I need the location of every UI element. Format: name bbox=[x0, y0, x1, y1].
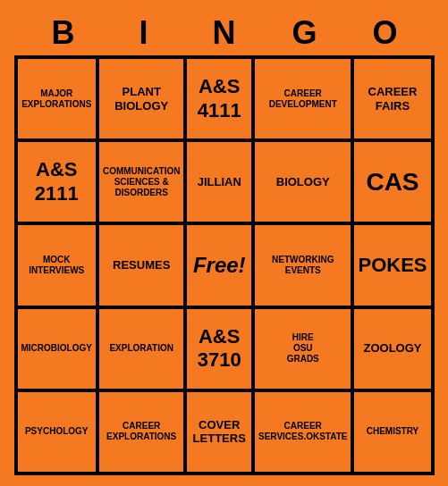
bingo-cell: COMMUNICATION SCIENCES & DISORDERS bbox=[97, 140, 185, 223]
bingo-cell: BIOLOGY bbox=[253, 140, 352, 223]
cell-label: HIRE OSU GRADS bbox=[287, 332, 319, 364]
bingo-cell: MICROBIOLOGY bbox=[16, 307, 97, 390]
cell-label: COVER LETTERS bbox=[193, 418, 246, 446]
cell-label: EXPLORATION bbox=[109, 343, 173, 354]
cell-label: CAREER EXPLORATIONS bbox=[106, 421, 176, 442]
cell-label: Free! bbox=[193, 253, 246, 279]
cell-label: PSYCHOLOGY bbox=[25, 426, 89, 437]
cell-label: COMMUNICATION SCIENCES & DISORDERS bbox=[103, 166, 180, 198]
bingo-cell: COVER LETTERS bbox=[185, 390, 253, 473]
bingo-cell: Free! bbox=[185, 223, 253, 306]
bingo-cell: PSYCHOLOGY bbox=[16, 390, 97, 473]
header-letter: O bbox=[348, 14, 423, 52]
bingo-cell: CAREER EXPLORATIONS bbox=[97, 390, 185, 473]
bingo-cell: PLANT BIOLOGY bbox=[97, 57, 185, 140]
bingo-cell: CAS bbox=[352, 140, 432, 223]
header-letter: G bbox=[267, 14, 342, 52]
header-letter: N bbox=[187, 14, 262, 52]
cell-label: CAREER SERVICES.OKSTATE bbox=[258, 421, 347, 442]
cell-label: CHEMISTRY bbox=[367, 426, 419, 437]
bingo-cell: CAREER DEVELOPMENT bbox=[253, 57, 352, 140]
cell-label: RESUMES bbox=[113, 258, 170, 272]
bingo-cell: NETWORKING EVENTS bbox=[253, 223, 352, 306]
header-letter: B bbox=[26, 14, 101, 52]
bingo-cell: CAREER FAIRS bbox=[352, 57, 432, 140]
bingo-cell: POKES bbox=[352, 223, 432, 306]
bingo-cell: RESUMES bbox=[97, 223, 185, 306]
bingo-header: BINGO bbox=[14, 11, 435, 55]
cell-label: POKES bbox=[358, 254, 427, 277]
cell-label: MICROBIOLOGY bbox=[21, 343, 92, 354]
cell-label: A&S 4111 bbox=[198, 75, 241, 122]
cell-label: JILLIAN bbox=[198, 175, 241, 189]
bingo-cell: ZOOLOGY bbox=[352, 307, 432, 390]
cell-label: A&S 3710 bbox=[198, 325, 241, 373]
bingo-cell: JILLIAN bbox=[185, 140, 253, 223]
cell-label: MAJOR EXPLORATIONS bbox=[21, 88, 91, 110]
bingo-cell: A&S 3710 bbox=[185, 307, 253, 390]
bingo-cell: EXPLORATION bbox=[97, 307, 185, 390]
header-letter: I bbox=[106, 14, 182, 52]
bingo-cell: A&S 4111 bbox=[185, 57, 253, 140]
bingo-cell: A&S 2111 bbox=[16, 140, 97, 223]
bingo-card: BINGO MAJOR EXPLORATIONSPLANT BIOLOGYA&S… bbox=[14, 11, 435, 475]
bingo-cell: MAJOR EXPLORATIONS bbox=[16, 57, 97, 140]
cell-label: CAREER FAIRS bbox=[368, 85, 418, 113]
cell-label: CAREER DEVELOPMENT bbox=[269, 88, 337, 110]
cell-label: BIOLOGY bbox=[276, 175, 330, 189]
bingo-cell: CHEMISTRY bbox=[352, 390, 432, 473]
bingo-cell: MOCK INTERVIEWS bbox=[16, 223, 97, 306]
cell-label: ZOOLOGY bbox=[363, 341, 421, 356]
cell-label: PLANT BIOLOGY bbox=[114, 85, 168, 113]
cell-label: MOCK INTERVIEWS bbox=[29, 255, 84, 276]
cell-label: NETWORKING EVENTS bbox=[272, 255, 334, 276]
cell-label: A&S 2111 bbox=[35, 158, 79, 205]
cell-label: CAS bbox=[366, 167, 418, 197]
bingo-cell: HIRE OSU GRADS bbox=[253, 307, 352, 390]
bingo-grid: MAJOR EXPLORATIONSPLANT BIOLOGYA&S 4111C… bbox=[14, 55, 435, 475]
bingo-cell: CAREER SERVICES.OKSTATE bbox=[253, 390, 352, 473]
